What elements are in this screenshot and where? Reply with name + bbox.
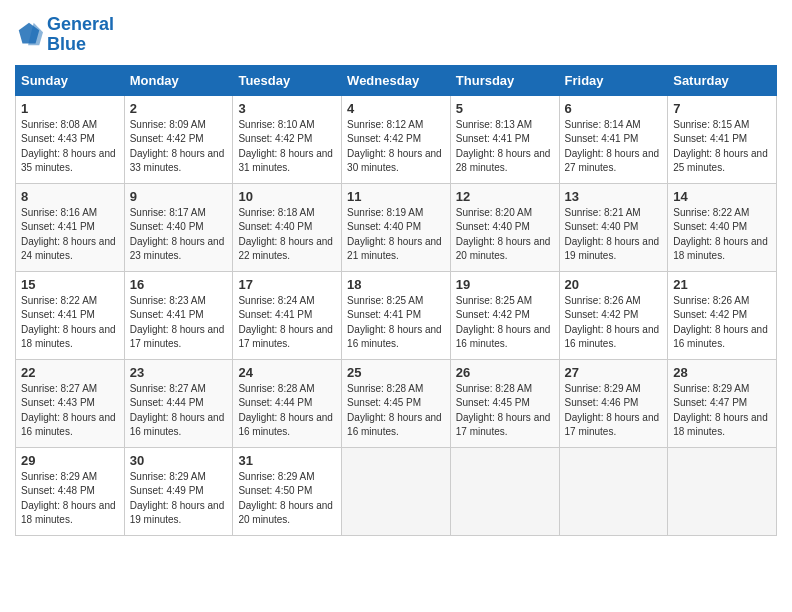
- day-number: 31: [238, 453, 336, 468]
- col-header-saturday: Saturday: [668, 65, 777, 95]
- day-detail: Sunrise: 8:29 AMSunset: 4:48 PMDaylight:…: [21, 471, 116, 526]
- day-number: 27: [565, 365, 663, 380]
- day-number: 25: [347, 365, 445, 380]
- day-detail: Sunrise: 8:28 AMSunset: 4:45 PMDaylight:…: [347, 383, 442, 438]
- day-detail: Sunrise: 8:17 AMSunset: 4:40 PMDaylight:…: [130, 207, 225, 262]
- day-detail: Sunrise: 8:28 AMSunset: 4:44 PMDaylight:…: [238, 383, 333, 438]
- logo-text: General Blue: [47, 15, 114, 55]
- calendar-cell: 17 Sunrise: 8:24 AMSunset: 4:41 PMDaylig…: [233, 271, 342, 359]
- calendar-table: SundayMondayTuesdayWednesdayThursdayFrid…: [15, 65, 777, 536]
- day-number: 11: [347, 189, 445, 204]
- calendar-cell: 24 Sunrise: 8:28 AMSunset: 4:44 PMDaylig…: [233, 359, 342, 447]
- calendar-cell: 30 Sunrise: 8:29 AMSunset: 4:49 PMDaylig…: [124, 447, 233, 535]
- calendar-cell: 20 Sunrise: 8:26 AMSunset: 4:42 PMDaylig…: [559, 271, 668, 359]
- logo-icon: [15, 21, 43, 49]
- day-detail: Sunrise: 8:22 AMSunset: 4:41 PMDaylight:…: [21, 295, 116, 350]
- calendar-cell: 12 Sunrise: 8:20 AMSunset: 4:40 PMDaylig…: [450, 183, 559, 271]
- day-detail: Sunrise: 8:29 AMSunset: 4:47 PMDaylight:…: [673, 383, 768, 438]
- day-detail: Sunrise: 8:14 AMSunset: 4:41 PMDaylight:…: [565, 119, 660, 174]
- day-detail: Sunrise: 8:26 AMSunset: 4:42 PMDaylight:…: [673, 295, 768, 350]
- calendar-week-1: 1 Sunrise: 8:08 AMSunset: 4:43 PMDayligh…: [16, 95, 777, 183]
- day-number: 3: [238, 101, 336, 116]
- day-detail: Sunrise: 8:29 AMSunset: 4:50 PMDaylight:…: [238, 471, 333, 526]
- day-detail: Sunrise: 8:24 AMSunset: 4:41 PMDaylight:…: [238, 295, 333, 350]
- calendar-cell: 27 Sunrise: 8:29 AMSunset: 4:46 PMDaylig…: [559, 359, 668, 447]
- day-detail: Sunrise: 8:22 AMSunset: 4:40 PMDaylight:…: [673, 207, 768, 262]
- day-number: 26: [456, 365, 554, 380]
- calendar-week-3: 15 Sunrise: 8:22 AMSunset: 4:41 PMDaylig…: [16, 271, 777, 359]
- calendar-cell: 1 Sunrise: 8:08 AMSunset: 4:43 PMDayligh…: [16, 95, 125, 183]
- calendar-cell: 19 Sunrise: 8:25 AMSunset: 4:42 PMDaylig…: [450, 271, 559, 359]
- day-detail: Sunrise: 8:20 AMSunset: 4:40 PMDaylight:…: [456, 207, 551, 262]
- day-number: 14: [673, 189, 771, 204]
- day-number: 2: [130, 101, 228, 116]
- day-number: 13: [565, 189, 663, 204]
- calendar-cell: 13 Sunrise: 8:21 AMSunset: 4:40 PMDaylig…: [559, 183, 668, 271]
- calendar-week-4: 22 Sunrise: 8:27 AMSunset: 4:43 PMDaylig…: [16, 359, 777, 447]
- calendar-cell: 23 Sunrise: 8:27 AMSunset: 4:44 PMDaylig…: [124, 359, 233, 447]
- day-number: 5: [456, 101, 554, 116]
- header-row: SundayMondayTuesdayWednesdayThursdayFrid…: [16, 65, 777, 95]
- day-number: 22: [21, 365, 119, 380]
- calendar-cell: 7 Sunrise: 8:15 AMSunset: 4:41 PMDayligh…: [668, 95, 777, 183]
- day-number: 24: [238, 365, 336, 380]
- calendar-cell: 28 Sunrise: 8:29 AMSunset: 4:47 PMDaylig…: [668, 359, 777, 447]
- day-detail: Sunrise: 8:28 AMSunset: 4:45 PMDaylight:…: [456, 383, 551, 438]
- day-number: 30: [130, 453, 228, 468]
- logo: General Blue: [15, 15, 114, 55]
- day-number: 23: [130, 365, 228, 380]
- day-number: 29: [21, 453, 119, 468]
- day-detail: Sunrise: 8:27 AMSunset: 4:44 PMDaylight:…: [130, 383, 225, 438]
- calendar-cell: 10 Sunrise: 8:18 AMSunset: 4:40 PMDaylig…: [233, 183, 342, 271]
- day-detail: Sunrise: 8:15 AMSunset: 4:41 PMDaylight:…: [673, 119, 768, 174]
- day-number: 6: [565, 101, 663, 116]
- col-header-thursday: Thursday: [450, 65, 559, 95]
- day-detail: Sunrise: 8:23 AMSunset: 4:41 PMDaylight:…: [130, 295, 225, 350]
- day-detail: Sunrise: 8:29 AMSunset: 4:49 PMDaylight:…: [130, 471, 225, 526]
- day-number: 10: [238, 189, 336, 204]
- calendar-week-2: 8 Sunrise: 8:16 AMSunset: 4:41 PMDayligh…: [16, 183, 777, 271]
- calendar-cell: 16 Sunrise: 8:23 AMSunset: 4:41 PMDaylig…: [124, 271, 233, 359]
- calendar-week-5: 29 Sunrise: 8:29 AMSunset: 4:48 PMDaylig…: [16, 447, 777, 535]
- day-number: 20: [565, 277, 663, 292]
- day-detail: Sunrise: 8:25 AMSunset: 4:41 PMDaylight:…: [347, 295, 442, 350]
- day-number: 9: [130, 189, 228, 204]
- calendar-cell: [450, 447, 559, 535]
- col-header-friday: Friday: [559, 65, 668, 95]
- day-detail: Sunrise: 8:27 AMSunset: 4:43 PMDaylight:…: [21, 383, 116, 438]
- calendar-cell: 25 Sunrise: 8:28 AMSunset: 4:45 PMDaylig…: [342, 359, 451, 447]
- calendar-cell: 6 Sunrise: 8:14 AMSunset: 4:41 PMDayligh…: [559, 95, 668, 183]
- calendar-cell: 15 Sunrise: 8:22 AMSunset: 4:41 PMDaylig…: [16, 271, 125, 359]
- day-number: 16: [130, 277, 228, 292]
- day-detail: Sunrise: 8:16 AMSunset: 4:41 PMDaylight:…: [21, 207, 116, 262]
- col-header-tuesday: Tuesday: [233, 65, 342, 95]
- day-number: 28: [673, 365, 771, 380]
- calendar-cell: 31 Sunrise: 8:29 AMSunset: 4:50 PMDaylig…: [233, 447, 342, 535]
- col-header-wednesday: Wednesday: [342, 65, 451, 95]
- page-header: General Blue: [15, 15, 777, 55]
- day-detail: Sunrise: 8:26 AMSunset: 4:42 PMDaylight:…: [565, 295, 660, 350]
- calendar-cell: [342, 447, 451, 535]
- calendar-cell: 8 Sunrise: 8:16 AMSunset: 4:41 PMDayligh…: [16, 183, 125, 271]
- calendar-cell: [668, 447, 777, 535]
- day-number: 18: [347, 277, 445, 292]
- calendar-cell: 9 Sunrise: 8:17 AMSunset: 4:40 PMDayligh…: [124, 183, 233, 271]
- day-detail: Sunrise: 8:10 AMSunset: 4:42 PMDaylight:…: [238, 119, 333, 174]
- calendar-cell: 29 Sunrise: 8:29 AMSunset: 4:48 PMDaylig…: [16, 447, 125, 535]
- day-detail: Sunrise: 8:25 AMSunset: 4:42 PMDaylight:…: [456, 295, 551, 350]
- day-number: 1: [21, 101, 119, 116]
- day-detail: Sunrise: 8:18 AMSunset: 4:40 PMDaylight:…: [238, 207, 333, 262]
- calendar-cell: 3 Sunrise: 8:10 AMSunset: 4:42 PMDayligh…: [233, 95, 342, 183]
- calendar-cell: 11 Sunrise: 8:19 AMSunset: 4:40 PMDaylig…: [342, 183, 451, 271]
- calendar-cell: 5 Sunrise: 8:13 AMSunset: 4:41 PMDayligh…: [450, 95, 559, 183]
- day-detail: Sunrise: 8:12 AMSunset: 4:42 PMDaylight:…: [347, 119, 442, 174]
- day-detail: Sunrise: 8:21 AMSunset: 4:40 PMDaylight:…: [565, 207, 660, 262]
- calendar-cell: 22 Sunrise: 8:27 AMSunset: 4:43 PMDaylig…: [16, 359, 125, 447]
- col-header-sunday: Sunday: [16, 65, 125, 95]
- day-number: 12: [456, 189, 554, 204]
- calendar-cell: 26 Sunrise: 8:28 AMSunset: 4:45 PMDaylig…: [450, 359, 559, 447]
- calendar-cell: 2 Sunrise: 8:09 AMSunset: 4:42 PMDayligh…: [124, 95, 233, 183]
- day-number: 15: [21, 277, 119, 292]
- day-detail: Sunrise: 8:29 AMSunset: 4:46 PMDaylight:…: [565, 383, 660, 438]
- calendar-cell: 21 Sunrise: 8:26 AMSunset: 4:42 PMDaylig…: [668, 271, 777, 359]
